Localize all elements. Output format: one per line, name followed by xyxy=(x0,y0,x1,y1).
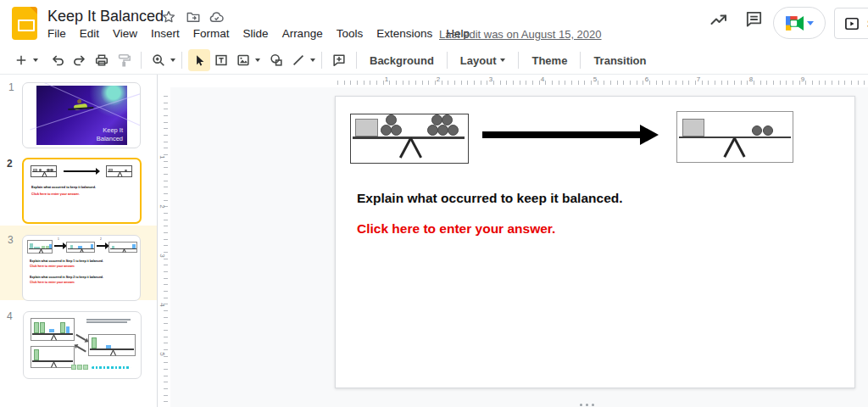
transition-arrow[interactable] xyxy=(482,131,640,138)
zoom-button[interactable] xyxy=(147,49,170,71)
mini-arrow xyxy=(97,245,105,247)
paint-format-button[interactable] xyxy=(113,49,135,71)
image-dropdown-icon[interactable] xyxy=(255,59,260,62)
slide-3-thumb-step2-prompt: Explain what occurred in Step 2 to keep … xyxy=(30,276,141,279)
slide-3-thumb-step1-answer: Click here to enter your answer. xyxy=(30,265,141,268)
print-button[interactable] xyxy=(91,49,113,71)
slide-3-thumb-step2-answer: Click here to enter your answer. xyxy=(30,281,141,284)
mini-arrow xyxy=(76,346,86,352)
balance-before-image[interactable] xyxy=(350,114,469,164)
layout-caret-icon xyxy=(500,59,505,62)
menu-tools[interactable]: Tools xyxy=(330,25,370,44)
transition-button[interactable]: Transition xyxy=(587,51,653,70)
menu-insert[interactable]: Insert xyxy=(144,25,186,44)
slide-3-number: 3 xyxy=(8,234,14,246)
star-icon[interactable] xyxy=(161,9,178,26)
meet-icon xyxy=(786,16,804,31)
vertical-ruler: 1 2 3 4 5 xyxy=(158,87,170,407)
prompt-textbox[interactable]: Explain what occurred to keep it balance… xyxy=(357,191,623,206)
insert-line-button[interactable] xyxy=(287,49,309,71)
menu-bar: File Edit View Insert Format Slide Arran… xyxy=(41,25,476,44)
toolbar-separator xyxy=(356,52,357,69)
theme-button[interactable]: Theme xyxy=(525,51,574,70)
menu-slide[interactable]: Slide xyxy=(236,25,275,44)
menu-view[interactable]: View xyxy=(106,25,144,44)
undo-button[interactable] xyxy=(47,49,69,71)
slide-2-number: 2 xyxy=(7,158,13,170)
balance-after-image[interactable] xyxy=(676,111,793,163)
mini-arrow xyxy=(75,334,86,341)
slide-1-thumbnail[interactable]: Keep It Balanced xyxy=(22,82,141,148)
slide-2-thumb-answer: Click here to enter your answer. xyxy=(31,192,142,196)
slides-logo-icon[interactable] xyxy=(12,7,37,40)
meet-button[interactable] xyxy=(773,7,826,39)
slide-3-thumb-step1-prompt: Explain what occurred in Step 1 to keep … xyxy=(30,259,141,263)
last-edit-link[interactable]: Last edit was on August 15, 2020 xyxy=(439,28,602,41)
insert-image-button[interactable] xyxy=(232,49,254,71)
toolbar-separator xyxy=(321,52,322,69)
app-header: Keep It Balanced File Edit View Insert F… xyxy=(0,0,868,47)
comment-history-icon[interactable] xyxy=(744,9,765,30)
background-button[interactable]: Background xyxy=(363,51,441,70)
new-slide-dropdown-icon[interactable] xyxy=(33,59,38,62)
toolbar-separator xyxy=(580,52,581,69)
cloud-saved-icon[interactable] xyxy=(209,9,225,26)
slide-1-title-text: Keep It Balanced xyxy=(97,126,123,142)
mini-arrow-1-label: 1 xyxy=(58,237,59,241)
slide-editing-page[interactable]: Explain what occurred to keep it balance… xyxy=(335,96,855,388)
slideshow-play-icon xyxy=(843,15,860,32)
mini-arrow-2-label: 2 xyxy=(100,237,102,241)
select-tool-button[interactable] xyxy=(188,49,210,71)
slide-4-thumbnail[interactable] xyxy=(23,311,142,379)
mini-arrow xyxy=(54,245,63,247)
toolbar-separator xyxy=(141,52,142,69)
transition-arrow-head xyxy=(640,125,659,145)
slide-1-cover-image: Keep It Balanced xyxy=(36,86,127,145)
speaker-notes-resize-handle[interactable] xyxy=(580,404,594,406)
toolbar-separator xyxy=(518,52,519,69)
document-activity-icon[interactable] xyxy=(709,9,729,30)
zoom-dropdown-icon[interactable] xyxy=(170,59,175,62)
layout-button[interactable]: Layout xyxy=(453,51,513,70)
toolbar-separator xyxy=(447,52,448,69)
redo-button[interactable] xyxy=(69,49,91,71)
slideshow-button[interactable]: Slideshow xyxy=(834,8,868,39)
editor-canvas: 1 2 3 4 5 6 7 8 9 1 2 3 4 5 xyxy=(158,75,868,407)
slide-2-thumb-prompt: Explain what occurred to keep it balance… xyxy=(31,186,142,189)
document-title[interactable]: Keep It Balanced xyxy=(47,8,164,25)
horizontal-ruler: 1 2 3 4 5 6 7 8 9 xyxy=(158,75,868,87)
mini-arrow xyxy=(64,170,96,173)
move-to-folder-icon[interactable] xyxy=(186,9,203,26)
menu-format[interactable]: Format xyxy=(186,25,236,44)
toolbar: Background Layout Theme Transition xyxy=(0,47,868,75)
insert-shape-button[interactable] xyxy=(265,49,287,71)
meet-dropdown-caret-icon xyxy=(807,21,814,25)
menu-arrange[interactable]: Arrange xyxy=(275,25,330,44)
slide-filmstrip: 1 Keep It Balanced 2 Explain xyxy=(0,75,158,407)
answer-placeholder-textbox[interactable]: Click here to enter your answer. xyxy=(357,221,555,237)
line-dropdown-icon[interactable] xyxy=(310,59,315,62)
toolbar-separator xyxy=(181,52,182,69)
slide-4-number: 4 xyxy=(7,310,13,322)
slide-3-thumbnail[interactable]: 1 2 Explain what occurred in Step 1 to k… xyxy=(22,235,141,301)
insert-comment-button[interactable] xyxy=(328,49,350,71)
menu-extensions[interactable]: Extensions xyxy=(370,25,439,44)
text-box-button[interactable] xyxy=(210,49,232,71)
slide-2-thumbnail[interactable]: Explain what occurred to keep it balance… xyxy=(22,158,142,224)
menu-file[interactable]: File xyxy=(41,25,73,44)
new-slide-button[interactable] xyxy=(10,49,32,71)
tightrope-walker-figure xyxy=(74,103,88,110)
menu-edit[interactable]: Edit xyxy=(73,25,106,44)
slide-1-number: 1 xyxy=(8,81,14,93)
